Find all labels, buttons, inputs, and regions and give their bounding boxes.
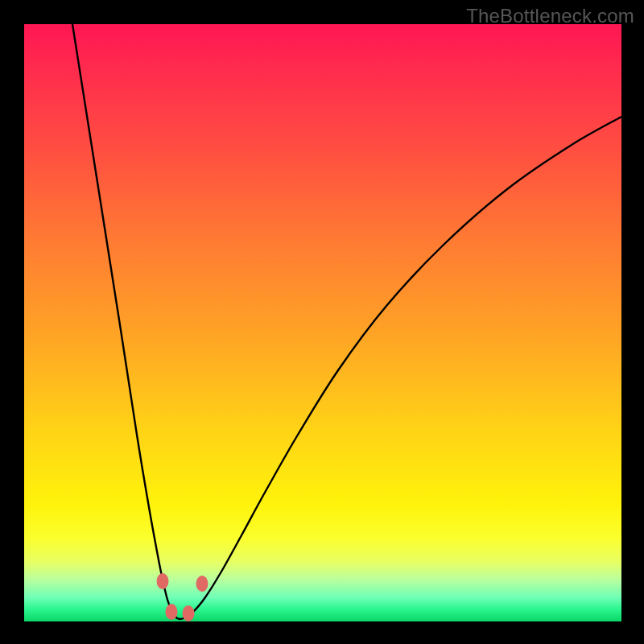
marker-left-upper (157, 573, 169, 589)
curve-layer (24, 24, 621, 621)
marker-left-lower (166, 604, 178, 620)
watermark-text: TheBottleneck.com (466, 5, 634, 27)
chart-stage: TheBottleneck.com (0, 0, 644, 644)
marker-right-upper (196, 576, 208, 592)
marker-group (157, 573, 208, 621)
bottleneck-curve (72, 24, 621, 619)
marker-right-lower (183, 605, 195, 621)
